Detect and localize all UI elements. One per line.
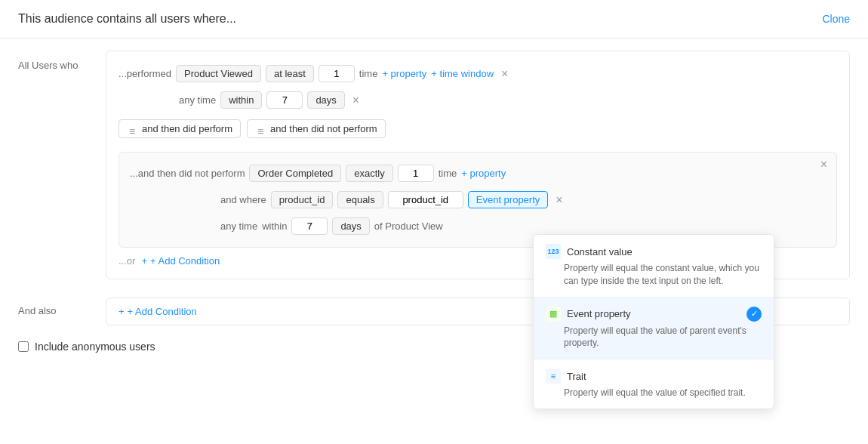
page-title: This audience contains all users where..… xyxy=(18,12,236,26)
then-did-perform-label: and then did perform xyxy=(142,123,232,134)
then-buttons-row: and then did perform and then did not pe… xyxy=(119,113,837,144)
days-btn-2[interactable]: days xyxy=(332,217,369,235)
add-condition-btn[interactable]: + + Add Condition xyxy=(141,255,220,267)
then-did-not-perform-btn[interactable]: and then did not perform xyxy=(247,119,386,138)
condition-row-1: ...performed Product Viewed at least tim… xyxy=(119,60,837,87)
sub-condition-block: × ...and then did not perform Order Comp… xyxy=(119,152,837,248)
plus-icon: + xyxy=(141,255,147,267)
constant-value-label: Constant value xyxy=(567,246,633,257)
time-label-2: time xyxy=(439,168,457,179)
operator-btn-2[interactable]: exactly xyxy=(346,165,392,182)
dropdown-item-event-property[interactable]: ▦ Event property ✓ Property will equal t… xyxy=(534,298,774,360)
close-condition-2[interactable]: × xyxy=(817,159,830,171)
clone-button[interactable]: Clone xyxy=(822,13,850,25)
condition-row-2: ...and then did not perform Order Comple… xyxy=(130,160,826,187)
trait-desc: Property will equal the value of specifi… xyxy=(564,387,762,399)
plus-icon-2: + xyxy=(119,306,125,317)
of-label: of Product View xyxy=(374,220,443,232)
event-property-label: Event property xyxy=(567,308,631,319)
event-property-desc: Property will equal the value of parent … xyxy=(564,325,762,350)
dropdown-item-event-header: ▦ Event property ✓ xyxy=(546,307,762,322)
filter-icon-1 xyxy=(127,125,137,133)
dropdown-popup: 123 Constant value Property will equal t… xyxy=(533,234,774,409)
selected-check-icon: ✓ xyxy=(746,307,762,322)
count-input-1[interactable] xyxy=(319,65,355,82)
days-btn-1[interactable]: days xyxy=(307,91,344,109)
or-label: ...or xyxy=(119,255,135,267)
event-name-btn-1[interactable]: Product Viewed xyxy=(176,65,261,82)
within-btn[interactable]: within xyxy=(220,91,262,109)
close-time-1[interactable]: × xyxy=(349,94,362,106)
constant-value-desc: Property will equal the constant value, … xyxy=(564,262,762,288)
dropdown-item-constant-title: 123 Constant value xyxy=(546,244,633,259)
time-row-1: any time within days × xyxy=(119,87,837,113)
anonymous-checkbox[interactable] xyxy=(18,341,29,352)
event-property-icon: ▦ xyxy=(546,307,561,322)
any-time-label-2: any time xyxy=(220,220,257,232)
then-did-not-perform-label: and then did not perform xyxy=(270,123,377,134)
dropdown-item-trait[interactable]: ≡ Trait Property will equal the value of… xyxy=(534,359,774,409)
anonymous-label: Include anonymous users xyxy=(35,341,155,353)
constant-icon: 123 xyxy=(546,244,561,259)
where-row: and where product_id equals Event proper… xyxy=(130,187,826,213)
dropdown-item-trait-title: ≡ Trait xyxy=(546,368,586,384)
and-also-add-condition-label: + Add Condition xyxy=(128,306,197,317)
operator-btn-1[interactable]: at least xyxy=(266,65,314,82)
event-name-btn-2[interactable]: Order Completed xyxy=(249,165,341,182)
close-condition-1[interactable]: × xyxy=(498,68,511,80)
add-property-link-1[interactable]: + property xyxy=(382,68,426,79)
then-did-perform-btn[interactable]: and then did perform xyxy=(119,119,241,138)
dropdown-item-constant[interactable]: 123 Constant value Property will equal t… xyxy=(534,235,774,298)
dropdown-item-constant-header: 123 Constant value xyxy=(546,244,762,259)
time-label-1: time xyxy=(359,68,378,79)
and-also-add-condition-btn[interactable]: + + Add Condition xyxy=(119,306,197,317)
add-time-window-link-1[interactable]: + time window xyxy=(431,68,494,79)
and-also-label: And also xyxy=(18,298,94,316)
any-time-label: any time xyxy=(179,94,216,106)
equals-btn[interactable]: equals xyxy=(337,191,383,208)
prop-name-btn[interactable]: product_id xyxy=(271,191,334,208)
dropdown-item-trait-header: ≡ Trait xyxy=(546,368,762,384)
performed-label: ...performed xyxy=(119,68,171,79)
add-property-link-2[interactable]: + property xyxy=(461,168,506,179)
trait-label: Trait xyxy=(567,371,586,382)
not-perform-label: ...and then did not perform xyxy=(130,168,245,179)
add-condition-label: + Add Condition xyxy=(150,255,220,267)
prop-value-input[interactable] xyxy=(388,191,463,208)
days-count-input-2[interactable] xyxy=(291,217,328,235)
trait-icon: ≡ xyxy=(546,368,561,384)
dropdown-item-event-title: ▦ Event property xyxy=(546,307,631,322)
close-where[interactable]: × xyxy=(553,194,565,206)
count-input-2[interactable] xyxy=(398,165,434,182)
page-header: This audience contains all users where..… xyxy=(0,0,868,39)
days-count-input-1[interactable] xyxy=(266,91,303,109)
within-label-2: within xyxy=(262,220,287,232)
all-users-label: All Users who xyxy=(18,51,94,279)
and-where-label: and where xyxy=(220,194,266,205)
filter-icon-2 xyxy=(255,125,266,133)
event-property-btn[interactable]: Event property xyxy=(468,191,549,208)
